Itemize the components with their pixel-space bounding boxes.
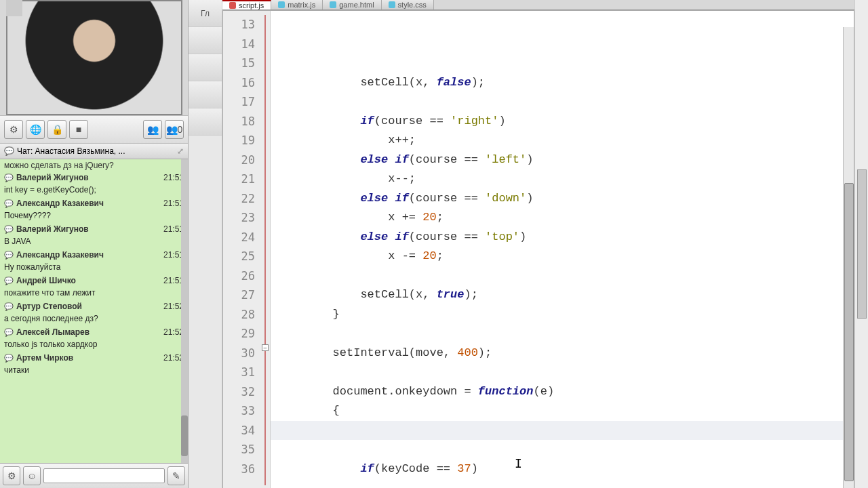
line-number: 32: [227, 382, 255, 402]
text-cursor: I: [515, 454, 522, 474]
code-line[interactable]: else if(course == 'left'): [277, 150, 854, 170]
file-icon: [278, 1, 285, 8]
tab-label: matrix.js: [288, 1, 315, 9]
code-line[interactable]: x--;: [277, 169, 854, 189]
webcam-toolbar: ⚙ 🌐 🔒 ■ 👥 👥 0: [0, 115, 188, 144]
file-tab[interactable]: style.css: [382, 0, 434, 9]
editor-scrollbar[interactable]: [843, 27, 854, 488]
code-line[interactable]: [277, 440, 854, 460]
chat-author: Андрей Шичко: [16, 276, 161, 285]
outer-scrollbar-thumb[interactable]: [857, 169, 867, 319]
bubble-icon: 💬: [4, 354, 14, 363]
side-panel-item[interactable]: [189, 108, 222, 136]
chat-message-text: int key = e.getKeyCode();: [0, 184, 188, 197]
code-line[interactable]: [277, 266, 854, 286]
settings-button[interactable]: ⚙: [4, 120, 23, 139]
file-tab[interactable]: game.html: [323, 0, 381, 9]
webcam-panel: [6, 0, 182, 115]
chat-message: 💬Александр Казакевич21:51: [0, 197, 188, 209]
code-area[interactable]: − 13141516171819202122232425262728293031…: [222, 10, 854, 488]
code-line[interactable]: [277, 92, 854, 112]
chat-input[interactable]: [43, 468, 165, 483]
code-line[interactable]: setInterval(move, 400);: [277, 344, 854, 363]
code-editor: script.jsmatrix.jsgame.htmlstyle.css − 1…: [222, 0, 868, 488]
code-line[interactable]: if(course == 'right'): [277, 112, 854, 131]
conference-sidebar: ⚙ 🌐 🔒 ■ 👥 👥 0 💬 Чат: Анастасия Вязьмина,…: [0, 0, 189, 488]
code-line[interactable]: if(keyCode == 37): [277, 460, 854, 479]
chat-author: Александр Казакевич: [16, 199, 161, 208]
line-number: 24: [227, 228, 255, 247]
code-line[interactable]: setCell(x, true);: [277, 285, 854, 305]
chat-icon: 💬: [4, 146, 14, 156]
participants-button[interactable]: 👥: [143, 120, 162, 139]
chat-message: 💬Андрей Шичко21:51: [0, 274, 188, 287]
chat-message: 💬Артем Чирков21:52: [0, 352, 188, 364]
chat-header[interactable]: 💬 Чат: Анастасия Вязьмина, ... ⤢: [0, 144, 188, 159]
line-number: 36: [227, 460, 255, 479]
code-line[interactable]: [277, 363, 854, 382]
side-panel-item[interactable]: [189, 27, 222, 54]
chat-author: Валерий Жигунов: [16, 173, 161, 182]
chat-scrollbar-thumb[interactable]: [181, 415, 188, 456]
chat-scrollbar[interactable]: [181, 159, 188, 463]
line-number: 25: [227, 247, 255, 266]
chat-message-text: В JAVA: [0, 235, 188, 249]
file-icon: [389, 1, 395, 8]
side-panel-item[interactable]: [189, 81, 222, 108]
side-panel-strip: Гл: [189, 0, 222, 488]
fold-toggle[interactable]: −: [262, 344, 269, 351]
file-tab[interactable]: script.js: [222, 0, 271, 9]
code-line[interactable]: [277, 324, 854, 344]
expand-icon[interactable]: ⤢: [177, 146, 184, 156]
side-panel-tab[interactable]: Гл: [189, 0, 222, 27]
file-tab[interactable]: matrix.js: [271, 0, 323, 9]
outer-scrollbar[interactable]: [854, 0, 868, 488]
code-line[interactable]: setCell(x, false);: [277, 73, 854, 93]
code-line[interactable]: [277, 479, 854, 488]
code-line[interactable]: }: [277, 305, 854, 325]
line-number: 13: [227, 15, 255, 35]
line-number: 16: [227, 73, 255, 93]
code-content[interactable]: I setCell(x, false); if(course == 'right…: [271, 11, 854, 488]
chat-message: 💬Валерий Жигунов21:51: [0, 171, 188, 184]
chat-messages[interactable]: можно сделать дз на jQuery? 💬Валерий Жиг…: [0, 159, 188, 463]
bubble-icon: 💬: [4, 277, 14, 285]
chat-message: 💬Александр Казакевич21:51: [0, 249, 188, 261]
raised-hands-button[interactable]: 👥 0: [165, 120, 184, 139]
line-number: 31: [227, 363, 255, 382]
chat-author: Артем Чирков: [16, 353, 161, 363]
line-number: 29: [227, 324, 255, 344]
chat-message-text: можно сделать дз на jQuery?: [0, 159, 188, 171]
code-line[interactable]: x += 20;: [277, 208, 854, 228]
send-button[interactable]: ✎: [167, 466, 185, 485]
line-number: 19: [227, 131, 255, 150]
chat-title: Чат: Анастасия Вязьмина, ...: [17, 146, 125, 156]
fold-guide: [264, 15, 266, 485]
line-number: 26: [227, 266, 255, 286]
chat-author: Артур Степовой: [16, 302, 161, 311]
code-line[interactable]: {: [277, 401, 854, 421]
chat-settings-button[interactable]: ⚙: [3, 466, 20, 485]
share-button[interactable]: 🌐: [26, 120, 45, 139]
lock-button[interactable]: 🔒: [47, 120, 66, 139]
line-number: 15: [227, 54, 255, 73]
line-number: 20: [227, 150, 255, 170]
code-line[interactable]: else if(course == 'top'): [277, 228, 854, 247]
code-line[interactable]: document.onkeydown = function(e): [277, 382, 854, 402]
line-number: 22: [227, 189, 255, 209]
emoji-button[interactable]: ☺: [23, 466, 41, 485]
editor-scrollbar-thumb[interactable]: [844, 183, 854, 481]
line-gutter: − 13141516171819202122232425262728293031…: [223, 11, 271, 488]
code-line[interactable]: else if(course == 'down'): [277, 189, 854, 209]
chat-input-bar: ⚙ ☺ ✎: [0, 463, 188, 488]
code-line[interactable]: x -= 20;: [277, 247, 854, 266]
tab-label: game.html: [339, 1, 374, 9]
side-panel-item[interactable]: [189, 54, 222, 81]
code-line[interactable]: x++;: [277, 131, 854, 150]
line-number: 35: [227, 440, 255, 460]
line-number: 21: [227, 169, 255, 189]
bubble-icon: 💬: [4, 174, 14, 182]
file-icon: [330, 1, 336, 8]
stop-button[interactable]: ■: [69, 120, 88, 139]
chat-message: 💬Артур Степовой21:52: [0, 300, 188, 312]
